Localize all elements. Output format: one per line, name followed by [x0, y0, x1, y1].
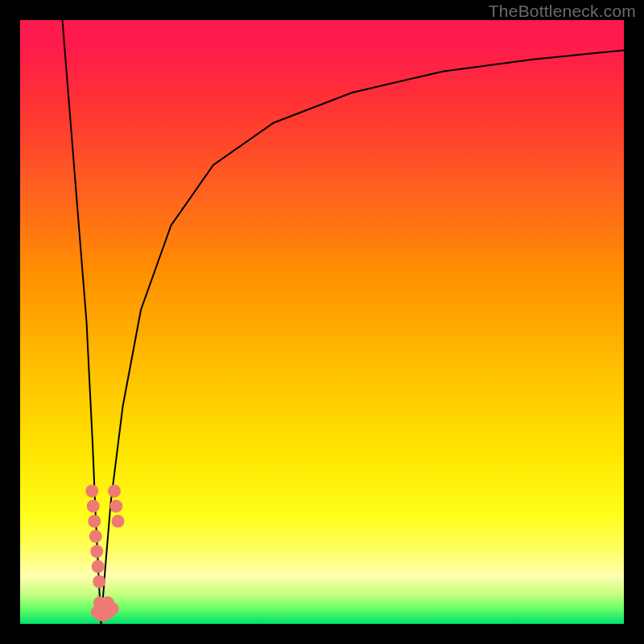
chart-outer-frame: TheBottleneck.com: [0, 0, 644, 644]
line-layer: [63, 20, 625, 624]
dot-left-dots: [89, 530, 102, 543]
dot-bottom-cluster: [101, 597, 114, 609]
watermark-text: TheBottleneck.com: [489, 2, 636, 21]
dot-left-dots: [90, 545, 103, 558]
curve-right-branch: [101, 51, 625, 625]
dot-right-dots: [112, 515, 125, 528]
dot-left-dots: [87, 500, 100, 513]
dot-left-dots: [88, 515, 101, 528]
chart-svg: [20, 20, 624, 624]
plot-area: [20, 20, 624, 624]
dot-right-dots: [109, 500, 122, 513]
dot-left-dots: [93, 576, 105, 588]
dot-left-dots: [92, 560, 105, 573]
dot-right-dots: [108, 485, 121, 497]
scatter-layer: [85, 485, 124, 621]
dot-left-dots: [85, 485, 98, 497]
